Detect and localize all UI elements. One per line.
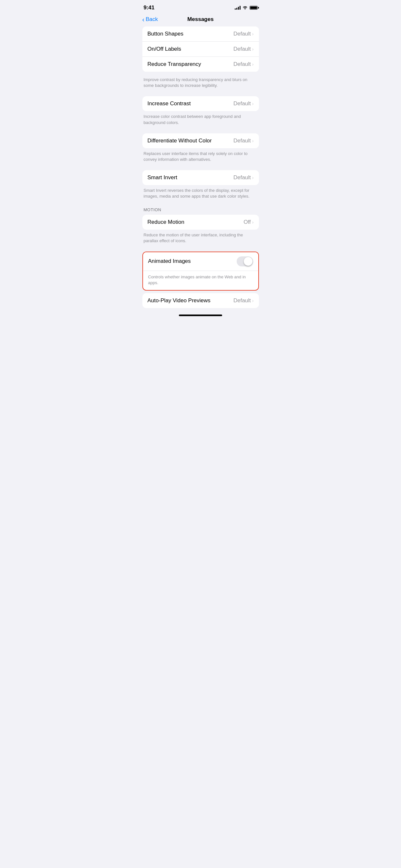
reduce-motion-description: Reduce the motion of the user interface,… — [143, 229, 259, 249]
animated-images-card: Animated Images Controls whether images … — [143, 252, 259, 290]
animated-images-group: Animated Images Controls whether images … — [143, 252, 259, 290]
onoff-labels-chevron-icon: › — [252, 46, 254, 52]
back-label: Back — [146, 16, 158, 23]
smart-invert-row[interactable]: Smart Invert Default › — [143, 170, 259, 185]
button-shapes-row[interactable]: Button Shapes Default › — [143, 27, 259, 41]
back-chevron-icon: ‹ — [143, 16, 145, 23]
differentiate-chevron-icon: › — [252, 138, 254, 144]
reduce-motion-chevron-icon: › — [252, 220, 254, 225]
smart-invert-chevron-icon: › — [252, 175, 254, 180]
reduce-motion-card: Reduce Motion Off › — [143, 215, 259, 229]
autoplay-label: Auto-Play Video Previews — [148, 298, 211, 304]
status-time: 9:41 — [144, 4, 155, 11]
increase-contrast-value: Default › — [234, 100, 254, 107]
motion-section-header: MOTION — [143, 207, 259, 215]
battery-icon — [250, 6, 258, 10]
button-shapes-value: Default › — [234, 31, 254, 37]
differentiate-value: Default › — [234, 137, 254, 144]
smart-invert-card: Smart Invert Default › — [143, 170, 259, 185]
smart-invert-description: Smart Invert reverses the colors of the … — [143, 185, 259, 205]
onoff-labels-row[interactable]: On/Off Labels Default › — [143, 41, 259, 57]
autoplay-group: Auto-Play Video Previews Default › — [143, 293, 259, 308]
differentiate-group: Differentiate Without Color Default › Re… — [143, 133, 259, 167]
settings-content: Button Shapes Default › On/Off Labels De… — [137, 27, 264, 308]
wifi-icon — [243, 5, 248, 10]
page-title: Messages — [187, 16, 213, 23]
onoff-labels-value: Default › — [234, 46, 254, 52]
reduce-motion-value: Off › — [243, 219, 253, 225]
increase-contrast-group: Increase Contrast Default › Increase col… — [143, 96, 259, 130]
increase-contrast-chevron-icon: › — [252, 101, 254, 106]
reduce-transparency-value: Default › — [234, 61, 254, 67]
reduce-motion-row[interactable]: Reduce Motion Off › — [143, 215, 259, 229]
differentiate-card: Differentiate Without Color Default › — [143, 133, 259, 148]
reduce-transparency-label: Reduce Transparency — [148, 61, 201, 67]
smart-invert-value: Default › — [234, 175, 254, 181]
increase-contrast-card: Increase Contrast Default › — [143, 96, 259, 111]
differentiate-description: Replaces user interface items that rely … — [143, 148, 259, 167]
increase-contrast-description: Increase color contrast between app fore… — [143, 111, 259, 130]
signal-bars-icon — [235, 6, 241, 10]
reduce-transparency-row[interactable]: Reduce Transparency Default › — [143, 57, 259, 72]
toggle-knob — [244, 257, 252, 266]
reduce-transparency-description: Improve contrast by reducing transparenc… — [143, 74, 259, 94]
status-bar: 9:41 — [137, 0, 264, 13]
autoplay-chevron-icon: › — [252, 298, 254, 303]
button-shapes-label: Button Shapes — [148, 31, 184, 37]
top-settings-group: Button Shapes Default › On/Off Labels De… — [143, 27, 259, 94]
motion-section: MOTION Reduce Motion Off › Reduce the mo… — [143, 207, 259, 249]
increase-contrast-label: Increase Contrast — [148, 100, 191, 107]
increase-contrast-row[interactable]: Increase Contrast Default › — [143, 96, 259, 111]
reduce-motion-label: Reduce Motion — [148, 219, 184, 225]
nav-bar: ‹ Back Messages — [137, 13, 264, 27]
autoplay-value: Default › — [234, 298, 254, 304]
smart-invert-group: Smart Invert Default › Smart Invert reve… — [143, 170, 259, 205]
reduce-transparency-chevron-icon: › — [252, 62, 254, 67]
animated-images-description: Controls whether images animate on the W… — [148, 271, 253, 286]
button-shapes-chevron-icon: › — [252, 31, 254, 36]
animated-images-row[interactable]: Animated Images — [143, 252, 258, 271]
status-icons — [235, 5, 258, 10]
animated-images-toggle[interactable] — [237, 256, 253, 267]
differentiate-row[interactable]: Differentiate Without Color Default › — [143, 133, 259, 148]
autoplay-card: Auto-Play Video Previews Default › — [143, 293, 259, 308]
home-indicator — [179, 314, 222, 316]
animated-images-label: Animated Images — [148, 258, 191, 265]
differentiate-label: Differentiate Without Color — [148, 137, 212, 144]
top-settings-card: Button Shapes Default › On/Off Labels De… — [143, 27, 259, 72]
smart-invert-label: Smart Invert — [148, 175, 178, 181]
onoff-labels-label: On/Off Labels — [148, 46, 181, 52]
autoplay-row[interactable]: Auto-Play Video Previews Default › — [143, 293, 259, 308]
back-button[interactable]: ‹ Back — [143, 16, 158, 23]
